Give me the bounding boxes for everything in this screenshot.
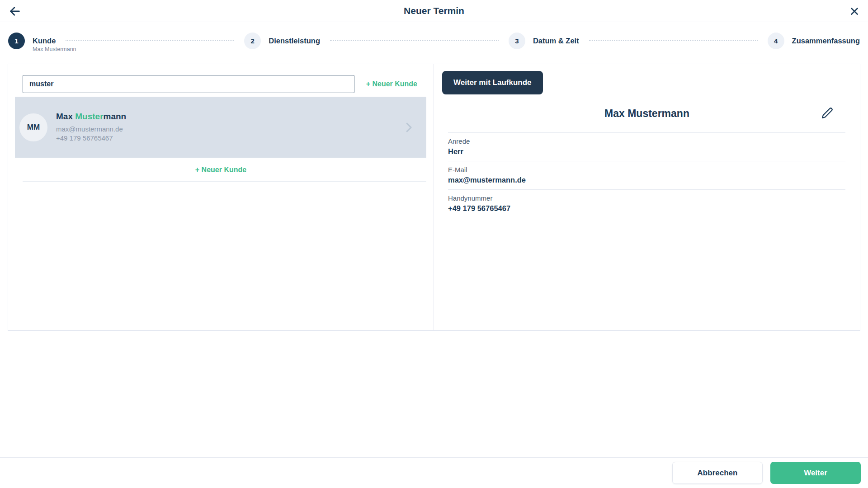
avatar: MM	[19, 113, 47, 141]
close-icon	[849, 5, 860, 17]
customer-step-panel: + Neuer Kunde MM Max Mustermann max@must…	[8, 64, 860, 331]
customer-name-first: Max	[56, 112, 75, 121]
new-customer-link-top[interactable]: + Neuer Kunde	[363, 80, 420, 89]
customer-name-rest: mann	[104, 112, 127, 121]
step-datum-zeit[interactable]: 3 Datum & Zeit	[509, 33, 579, 49]
field-label: Anrede	[448, 137, 845, 145]
step-2-circle: 2	[244, 33, 261, 49]
customer-detail-pane: Weiter mit Laufkunde Max Mustermann Anre…	[434, 64, 860, 330]
field-value: +49 179 56765467	[448, 204, 845, 213]
step-4-circle: 4	[768, 33, 784, 49]
field-anrede: Anrede Herr	[448, 133, 845, 161]
step-3-label: Datum & Zeit	[533, 37, 579, 45]
cancel-button[interactable]: Abbrechen	[672, 462, 763, 484]
new-customer-link-bottom[interactable]: + Neuer Kunde	[193, 165, 249, 174]
customer-phone: +49 179 56765467	[56, 134, 402, 143]
page-title: Neuer Termin	[404, 5, 464, 16]
walkin-customer-button[interactable]: Weiter mit Laufkunde	[442, 71, 543, 94]
field-label: E-Mail	[448, 166, 845, 174]
modal-footer: Abbrechen Weiter	[0, 457, 868, 488]
wizard-stepper: 1 Kunde Max Mustermann 2 Dienstleistung …	[0, 28, 868, 53]
modal-header: Neuer Termin	[0, 0, 868, 22]
step-2-label: Dienstleistung	[269, 37, 320, 45]
step-dienstleistung[interactable]: 2 Dienstleistung	[244, 33, 320, 49]
step-1-label: Kunde	[33, 37, 56, 45]
customer-email: max@mustermann.de	[56, 125, 402, 134]
field-value: Herr	[448, 147, 845, 156]
chevron-right-icon	[402, 121, 415, 134]
field-email: E-Mail max@mustermann.de	[448, 161, 845, 190]
search-row: + Neuer Kunde	[23, 75, 420, 93]
field-label: Handynummer	[448, 194, 845, 202]
stepper-leader	[330, 40, 499, 41]
pencil-icon	[821, 107, 833, 119]
close-button[interactable]	[848, 5, 861, 18]
step-4-label: Zusammenfassung	[792, 37, 860, 45]
detail-customer-name: Max Mustermann	[604, 108, 689, 120]
divider	[23, 181, 426, 182]
field-value: max@mustermann.de	[448, 176, 845, 184]
customer-name-highlight: Muster	[75, 112, 103, 121]
new-appointment-modal: Neuer Termin 1 Kunde Max Mustermann 2 Di…	[0, 0, 868, 488]
edit-customer-button[interactable]	[821, 107, 834, 119]
next-button[interactable]: Weiter	[770, 462, 861, 484]
step-1-circle: 1	[8, 33, 25, 49]
step-kunde[interactable]: 1 Kunde Max Mustermann	[8, 33, 56, 49]
step-1-sublabel: Max Mustermann	[33, 46, 76, 52]
stepper-leader	[66, 40, 234, 41]
field-handynummer: Handynummer +49 179 56765467	[448, 190, 845, 218]
customer-fields: Anrede Herr E-Mail max@mustermann.de Han…	[448, 132, 845, 218]
customer-search-pane: + Neuer Kunde MM Max Mustermann max@must…	[8, 64, 434, 330]
step-3-circle: 3	[509, 33, 525, 49]
customer-result-row[interactable]: MM Max Mustermann max@mustermann.de +49 …	[15, 97, 426, 158]
detail-header: Max Mustermann	[434, 107, 860, 120]
customer-name: Max Mustermann	[56, 112, 402, 122]
customer-search-input[interactable]	[23, 75, 354, 93]
customer-result-text: Max Mustermann max@mustermann.de +49 179…	[56, 112, 402, 143]
back-button[interactable]	[9, 5, 21, 18]
stepper-leader	[589, 40, 758, 41]
arrow-left-icon	[9, 5, 21, 18]
step-zusammenfassung[interactable]: 4 Zusammenfassung	[768, 33, 860, 49]
